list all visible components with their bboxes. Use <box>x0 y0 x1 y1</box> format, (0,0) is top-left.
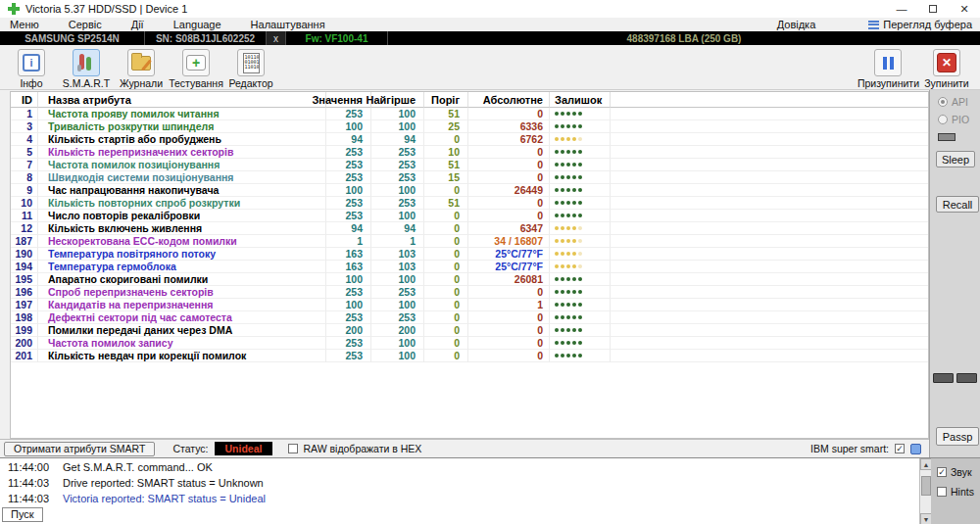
ibm-super-smart-checkbox[interactable]: ✓ <box>895 444 905 453</box>
table-row[interactable]: 7Частота помилок позиціонування253253510 <box>11 159 928 171</box>
table-row[interactable]: 194Температура гермоблока163103025°C/77°… <box>11 261 928 273</box>
menu-buffer-view[interactable]: Перегляд буфера <box>868 19 972 30</box>
cell-health-dots <box>550 248 611 261</box>
passport-button[interactable]: Passp <box>936 427 979 446</box>
health-dot <box>566 239 570 243</box>
mini-indicator-left[interactable] <box>933 373 954 383</box>
cell-threshold: 0 <box>424 235 468 248</box>
recall-button[interactable]: Recall <box>936 196 979 213</box>
api-radio[interactable] <box>938 97 948 107</box>
stop-button[interactable]: ✕ Зупинити <box>919 49 974 89</box>
cell-filler <box>611 108 928 120</box>
first-aid-icon: + <box>182 49 210 76</box>
editor-tab-button[interactable]: 101101 010011 110100 Редактор <box>223 49 278 89</box>
get-smart-attributes-button[interactable]: Отримати атрибути SMART <box>4 442 155 456</box>
editor-tab-label: Редактор <box>228 77 272 89</box>
cell-value: 253 <box>326 197 371 210</box>
table-row[interactable]: 201Кількість невдач при корекції помилок… <box>11 350 928 362</box>
table-row[interactable]: 196Спроб перепризначень секторів25325300 <box>11 286 928 299</box>
cell-attribute-name: Час напрацювання накопичувача <box>38 184 326 197</box>
menu-main[interactable]: Меню <box>8 19 41 30</box>
cell-id: 190 <box>11 248 38 261</box>
right-side-panel: API PIO Sleep Recall Passp <box>929 90 980 457</box>
menu-help[interactable]: Довідка <box>777 19 816 30</box>
sleep-button[interactable]: Sleep <box>936 151 975 167</box>
stop-button-label: Зупинити <box>924 77 968 89</box>
header-raw[interactable]: Абсолютне <box>468 92 550 108</box>
cell-raw-value: 0 <box>468 311 550 324</box>
table-row[interactable]: 3Тривалість розкрутки шпинделя1001002563… <box>11 120 928 133</box>
health-dot <box>572 290 576 294</box>
minimize-button[interactable]: — <box>886 0 917 18</box>
log-text-panel[interactable]: 11:44:00Get S.M.A.R.T. command... OK11:4… <box>0 458 919 524</box>
testing-tab-button[interactable]: + Тестування <box>169 49 223 89</box>
sound-checkbox[interactable]: ✓ <box>937 467 947 477</box>
health-dot <box>578 315 582 319</box>
health-dot <box>578 303 582 307</box>
table-row[interactable]: 187Нескоректована ECC-кодом помилки11034… <box>11 235 928 248</box>
device-model[interactable]: SAMSUNG SP2514N <box>0 31 145 45</box>
header-name[interactable]: Назва атрибута <box>38 92 326 108</box>
journals-tab-button[interactable]: Журнали <box>114 49 169 89</box>
api-radio-row[interactable]: API <box>938 96 980 108</box>
cell-value: 253 <box>326 171 371 184</box>
table-row[interactable]: 9Час напрацювання накопичувача1001000264… <box>11 184 928 197</box>
menu-settings[interactable]: Налаштування <box>249 19 327 30</box>
cell-worst: 253 <box>371 197 424 210</box>
table-row[interactable]: 11Число повторів рекалібровки25310000 <box>11 210 928 222</box>
start-button[interactable]: Пуск <box>2 507 43 522</box>
menu-service[interactable]: Сервіс <box>67 19 104 30</box>
pause-button[interactable]: Призупинити <box>858 49 919 89</box>
header-worst[interactable]: Найгірше <box>371 92 424 108</box>
cell-raw-value: 0 <box>468 146 550 159</box>
table-row[interactable]: 1Частота прояву помилок читання253100510 <box>11 108 928 120</box>
header-health[interactable]: Залишок <box>550 92 611 108</box>
smart-tab-button[interactable]: S.M.A.R.T <box>59 49 114 89</box>
cell-filler <box>611 171 928 184</box>
table-row[interactable]: 200Частота помилок запису25310000 <box>11 337 928 350</box>
log-scrollbar[interactable]: ▲ ▼ <box>919 458 931 524</box>
table-row[interactable]: 12Кількість включень живлення949406347 <box>11 222 928 235</box>
pio-radio[interactable] <box>938 115 948 124</box>
table-row[interactable]: 5Кількість перепризначених секторів25325… <box>11 146 928 159</box>
cell-health-dots <box>550 133 611 146</box>
hints-toggle[interactable]: Hints <box>937 486 980 498</box>
header-value[interactable]: Значення <box>326 92 371 108</box>
cell-id: 199 <box>11 324 38 337</box>
table-row[interactable]: 8Швидкодія системи позиціонування2532531… <box>11 171 928 184</box>
pio-radio-row[interactable]: PIO <box>938 114 980 125</box>
cell-filler <box>611 350 928 362</box>
table-row[interactable]: 197Кандидатів на перепризначення10010001 <box>11 299 928 311</box>
health-dot <box>555 150 559 154</box>
info-tab-button[interactable]: i Інфо <box>4 49 59 89</box>
table-row[interactable]: 10Кількість повторних спроб розкрутки253… <box>11 197 928 210</box>
menu-language[interactable]: Language <box>172 19 223 30</box>
cell-health-dots <box>550 311 611 324</box>
cell-worst: 1 <box>371 235 424 248</box>
cell-id: 5 <box>11 146 38 159</box>
health-dot <box>555 163 559 167</box>
health-dot <box>578 290 582 294</box>
close-button[interactable]: ✕ <box>949 0 980 18</box>
cell-threshold: 0 <box>424 350 468 362</box>
maximize-button[interactable] <box>917 0 949 18</box>
raw-hex-checkbox[interactable] <box>288 444 298 453</box>
cell-worst: 200 <box>371 324 424 337</box>
mini-indicator-right[interactable] <box>956 373 977 383</box>
device-serial-close[interactable]: x <box>267 31 286 45</box>
sound-label: Звук <box>951 466 972 478</box>
raw-hex-toggle[interactable]: RAW відображати в HEX <box>288 443 421 454</box>
scroll-thumb[interactable] <box>921 476 931 496</box>
table-row[interactable]: 199Помилки передачі даних через DMA20020… <box>11 324 928 337</box>
table-row[interactable]: 4Кількість стартів або пробуджень9494067… <box>11 133 928 146</box>
header-threshold[interactable]: Поріг <box>424 92 468 108</box>
table-row[interactable]: 195Апаратно скориговані помилки100100026… <box>11 273 928 286</box>
cell-worst: 100 <box>371 108 424 120</box>
table-row[interactable]: 198Дефектні сектори під час самотеста253… <box>11 311 928 324</box>
table-row[interactable]: 190Температура повітряного потоку1631030… <box>11 248 928 261</box>
menu-actions[interactable]: Дії <box>129 19 146 30</box>
sound-toggle[interactable]: ✓ Звук <box>937 466 980 478</box>
hints-checkbox[interactable] <box>937 487 947 497</box>
header-id[interactable]: ID <box>11 92 38 108</box>
folder-pencil-icon <box>127 49 155 76</box>
